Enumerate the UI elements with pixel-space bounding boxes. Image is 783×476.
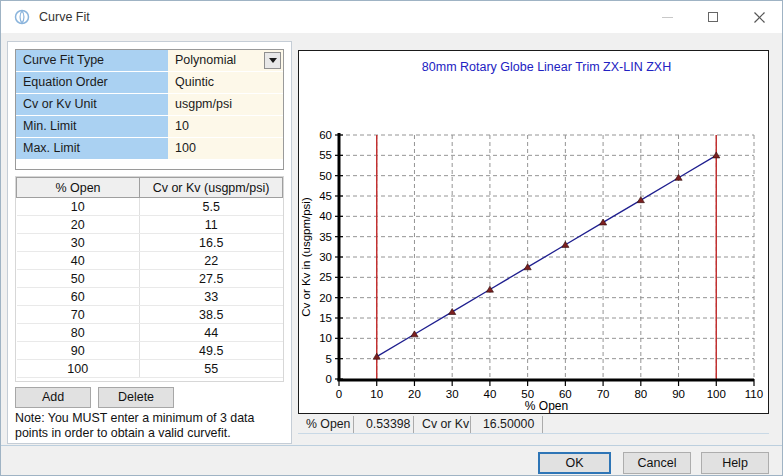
svg-text:50: 50	[319, 170, 332, 182]
max-limit-label: Max. Limit	[16, 138, 168, 159]
table-cell[interactable]: 49.5	[140, 342, 283, 360]
table-cell[interactable]: 33	[140, 288, 283, 306]
help-button[interactable]: Help	[701, 452, 769, 474]
form-row-max-limit: Max. Limit 100	[16, 138, 283, 160]
table-cell[interactable]: 100	[17, 360, 140, 378]
curve-fit-dialog: Curve Fit Curve Fit Type Polynomial	[0, 0, 783, 476]
svg-text:100: 100	[707, 388, 726, 400]
dropdown-button[interactable]	[264, 52, 281, 69]
table-cell[interactable]: 60	[17, 288, 140, 306]
table-cell[interactable]: 20	[17, 216, 140, 234]
app-valve-icon	[14, 9, 30, 25]
table-row[interactable]: 4022	[17, 252, 283, 270]
curve-fit-chart: 80mm Rotary Globe Linear Trim ZX-LIN ZXH…	[298, 50, 769, 414]
svg-text:80mm Rotary Globe Linear Trim: 80mm Rotary Globe Linear Trim ZX-LIN ZXH	[422, 60, 671, 74]
svg-text:40: 40	[319, 210, 332, 222]
table-row[interactable]: 9049.5	[17, 342, 283, 360]
svg-text:55: 55	[319, 149, 332, 161]
curve-points-body: 105.520113016.540225027.560337038.580449…	[17, 198, 283, 378]
svg-text:% Open: % Open	[525, 399, 568, 413]
titlebar: Curve Fit	[1, 1, 782, 33]
svg-text:25: 25	[319, 271, 332, 283]
curve-fit-type-value: Polynomial	[175, 53, 236, 67]
table-cell[interactable]: 40	[17, 252, 140, 270]
min-limit-value: 10	[175, 119, 189, 133]
table-row[interactable]: 3016.5	[17, 234, 283, 252]
close-icon	[754, 12, 765, 23]
svg-text:10: 10	[319, 332, 332, 344]
maximize-button[interactable]	[690, 1, 736, 33]
status-open-label: % Open	[298, 416, 354, 433]
settings-panel: Curve Fit Type Polynomial Equation Order…	[7, 41, 292, 444]
curve-chart-svg: 80mm Rotary Globe Linear Trim ZX-LIN ZXH…	[299, 51, 768, 413]
form-row-equation-order: Equation Order Quintic	[16, 72, 283, 94]
svg-text:35: 35	[319, 231, 332, 243]
equation-order-value: Quintic	[175, 75, 214, 89]
svg-text:0: 0	[326, 373, 332, 385]
form-row-curve-fit-type: Curve Fit Type Polynomial	[16, 50, 283, 72]
table-row[interactable]: 6033	[17, 288, 283, 306]
window-title: Curve Fit	[39, 10, 90, 24]
table-cell[interactable]: 10	[17, 198, 140, 216]
table-row[interactable]: 5027.5	[17, 270, 283, 288]
cv-kv-unit-field[interactable]: usgpm/psi	[168, 94, 283, 115]
table-cell[interactable]: 70	[17, 306, 140, 324]
table-cell[interactable]: 16.5	[140, 234, 283, 252]
svg-text:10: 10	[370, 388, 383, 400]
status-open-value: 0.53398	[354, 416, 414, 433]
table-cell[interactable]: 22	[140, 252, 283, 270]
equation-order-field[interactable]: Quintic	[168, 72, 283, 93]
status-cv-value: 16.50000	[471, 416, 543, 433]
svg-text:20: 20	[319, 292, 332, 304]
min-limit-field[interactable]: 10	[168, 116, 283, 137]
dialog-button-strip: OK Cancel Help	[1, 445, 782, 476]
curve-fit-type-label: Curve Fit Type	[16, 50, 168, 71]
form-row-cv-kv-unit: Cv or Kv Unit usgpm/psi	[16, 94, 283, 116]
close-button[interactable]	[736, 1, 782, 33]
table-row[interactable]: 8044	[17, 324, 283, 342]
curve-fit-type-select[interactable]: Polynomial	[168, 50, 283, 71]
col-header-cv-kv: Cv or Kv (usgpm/psi)	[140, 178, 283, 198]
max-limit-field[interactable]: 100	[168, 138, 283, 159]
table-cell[interactable]: 5.5	[140, 198, 283, 216]
add-button[interactable]: Add	[15, 387, 91, 408]
minimize-button[interactable]	[644, 1, 690, 33]
table-cell[interactable]: 11	[140, 216, 283, 234]
cursor-readout-bar: % Open 0.53398 Cv or Kv 16.50000	[298, 416, 769, 434]
svg-text:0: 0	[336, 388, 342, 400]
table-row[interactable]: 7038.5	[17, 306, 283, 324]
ok-button[interactable]: OK	[538, 452, 611, 474]
table-row[interactable]: 2011	[17, 216, 283, 234]
table-cell[interactable]: 30	[17, 234, 140, 252]
svg-text:20: 20	[408, 388, 421, 400]
svg-text:5: 5	[326, 353, 332, 365]
table-cell[interactable]: 50	[17, 270, 140, 288]
svg-text:80: 80	[634, 388, 647, 400]
cv-kv-unit-label: Cv or Kv Unit	[16, 94, 168, 115]
status-cv-label: Cv or Kv	[414, 416, 471, 433]
table-cell[interactable]: 27.5	[140, 270, 283, 288]
table-cell[interactable]: 90	[17, 342, 140, 360]
table-cell[interactable]: 38.5	[140, 306, 283, 324]
svg-text:15: 15	[319, 312, 332, 324]
minimize-icon	[662, 17, 673, 18]
svg-text:30: 30	[319, 251, 332, 263]
cv-kv-unit-value: usgpm/psi	[175, 97, 232, 111]
max-limit-value: 100	[175, 141, 196, 155]
cancel-button[interactable]: Cancel	[623, 452, 691, 474]
form-row-min-limit: Min. Limit 10	[16, 116, 283, 138]
min-limit-label: Min. Limit	[16, 116, 168, 137]
minimum-points-note: Note: You MUST enter a minimum of 3 data…	[15, 411, 289, 440]
svg-text:30: 30	[446, 388, 459, 400]
table-cell[interactable]: 80	[17, 324, 140, 342]
table-header-row: % Open Cv or Kv (usgpm/psi)	[17, 178, 283, 198]
curve-fit-form: Curve Fit Type Polynomial Equation Order…	[15, 49, 284, 170]
table-row[interactable]: 10055	[17, 360, 283, 378]
table-row[interactable]: 105.5	[17, 198, 283, 216]
curve-points-table: % Open Cv or Kv (usgpm/psi) 105.52011301…	[15, 176, 284, 382]
table-cell[interactable]: 55	[140, 360, 283, 378]
svg-text:70: 70	[597, 388, 610, 400]
delete-button[interactable]: Delete	[98, 387, 174, 408]
chevron-down-icon	[269, 58, 277, 63]
table-cell[interactable]: 44	[140, 324, 283, 342]
